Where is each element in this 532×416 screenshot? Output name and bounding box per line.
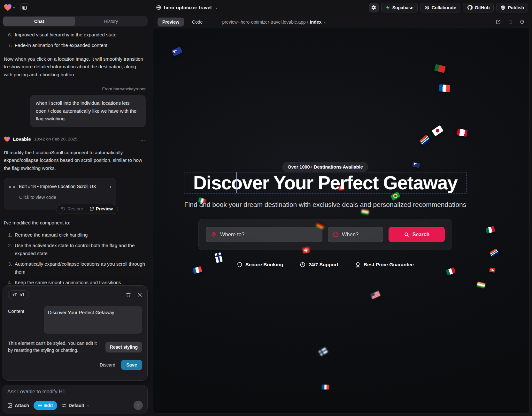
hero-section: Over 1000+ Destinations Available Discov… bbox=[153, 28, 497, 413]
send-button[interactable]: ↑ bbox=[134, 401, 143, 410]
url-page: index bbox=[310, 19, 322, 25]
gear-icon bbox=[371, 5, 376, 10]
publish-button[interactable]: Publish bbox=[496, 3, 528, 12]
github-button[interactable]: GitHub bbox=[463, 3, 494, 12]
image-icon bbox=[7, 403, 12, 408]
chevron-right-icon: › bbox=[110, 182, 112, 191]
code-icon: < > bbox=[9, 184, 16, 190]
supabase-icon bbox=[385, 5, 390, 10]
sidebar-toggle-button[interactable] bbox=[20, 3, 29, 12]
trash-icon[interactable] bbox=[126, 292, 131, 298]
search-button[interactable]: Search bbox=[389, 227, 445, 242]
trust-support: 24/7 Support bbox=[300, 262, 338, 268]
chevron-down-icon: ▾ bbox=[13, 5, 15, 10]
destinations-badge: Over 1000+ Destinations Available bbox=[282, 162, 368, 172]
chat-messages[interactable]: Improved visual hierarchy in the expande… bbox=[0, 28, 151, 285]
restore-label: Restore bbox=[67, 205, 83, 213]
element-editor-panel: ᴛT h1 Content Discover Your Perfect Geta… bbox=[3, 285, 148, 381]
trust-label: 24/7 Support bbox=[308, 262, 338, 268]
tab-preview[interactable]: Preview bbox=[158, 18, 184, 26]
when-input[interactable]: When? bbox=[328, 227, 383, 242]
lovable-heart-icon bbox=[4, 4, 12, 11]
globe-icon bbox=[500, 5, 505, 10]
arrow-up-icon: ↑ bbox=[137, 403, 140, 408]
reset-styling-button[interactable]: Reset styling bbox=[105, 342, 142, 352]
target-icon bbox=[38, 403, 42, 408]
user-message-bubble: when i scroll into the individual locati… bbox=[30, 95, 146, 127]
prior-feature-list: Improved visual hierarchy in the expande… bbox=[13, 31, 146, 49]
close-icon[interactable] bbox=[137, 292, 142, 297]
chevron-down-icon: ⌄ bbox=[323, 20, 326, 24]
project-switcher[interactable]: hero-optimizer-travel ⌄ bbox=[156, 3, 218, 12]
tab-chat[interactable]: Chat bbox=[3, 17, 75, 26]
publish-label: Publish bbox=[508, 5, 524, 10]
shield-icon bbox=[237, 262, 243, 268]
where-placeholder: Where to? bbox=[220, 231, 244, 238]
preview-url[interactable]: preview--hero-optimizer-travel.lovable.a… bbox=[222, 19, 326, 25]
content-field[interactable]: Discover Your Perfect Getaway bbox=[44, 306, 142, 334]
search-card: Where to? When? Search bbox=[198, 219, 452, 250]
clock-icon bbox=[300, 262, 305, 268]
sliders-icon bbox=[62, 403, 66, 408]
chevron-down-icon: ⌄ bbox=[215, 5, 218, 10]
chat-history-tabs: Chat History bbox=[3, 16, 148, 26]
attach-button[interactable]: Attach bbox=[7, 403, 29, 408]
list-item: Fade-in animation for the expanded conte… bbox=[13, 42, 146, 49]
topbar: ▾ hero-optimizer-travel ⌄ Supabase Colla… bbox=[0, 0, 532, 15]
hero-title: Discover Your Perfect Getaway bbox=[193, 172, 458, 194]
open-in-new-tab-icon[interactable] bbox=[496, 19, 501, 25]
assistant-name: Lovable bbox=[13, 135, 31, 143]
trust-secure-booking: Secure Booking bbox=[237, 262, 283, 268]
chat-input-card: Attach Edit Default ⌄ ↑ bbox=[3, 385, 148, 413]
trust-label: Best Price Guarantee bbox=[364, 262, 414, 268]
modification-steps-list: Remove the manual click handling Use the… bbox=[13, 231, 146, 285]
rotate-ccw-icon bbox=[61, 207, 66, 211]
version-actions-pill: Restore Preview bbox=[56, 204, 118, 214]
restore-button[interactable]: Restore bbox=[58, 205, 86, 213]
hero-title-selection[interactable]: Discover Your Perfect Getaway bbox=[184, 172, 466, 193]
refresh-icon[interactable] bbox=[520, 19, 525, 25]
lovable-logo-menu[interactable]: ▾ bbox=[4, 4, 15, 11]
model-mode-selector[interactable]: Default ⌄ bbox=[62, 403, 89, 408]
collaborate-button[interactable]: Collaborate bbox=[420, 3, 460, 12]
edit-card-title: Edit #18 • Improve Location Scroll UX bbox=[19, 183, 107, 191]
chevron-down-icon: ⌄ bbox=[87, 403, 89, 407]
chat-input[interactable] bbox=[7, 389, 143, 401]
list-item: Improved visual hierarchy in the expande… bbox=[13, 31, 146, 39]
users-icon bbox=[424, 5, 429, 10]
typography-icon: ᴛT bbox=[12, 292, 17, 297]
supabase-button[interactable]: Supabase bbox=[381, 3, 418, 12]
hero-subtitle: Find and book your dream destination wit… bbox=[181, 201, 469, 208]
mobile-view-icon[interactable] bbox=[508, 19, 513, 25]
search-icon bbox=[404, 232, 409, 237]
preview-version-button[interactable]: Preview bbox=[87, 205, 116, 213]
preview-label: Preview bbox=[96, 205, 113, 213]
github-icon bbox=[467, 5, 473, 10]
collaborate-label: Collaborate bbox=[432, 5, 456, 10]
attach-label: Attach bbox=[15, 403, 29, 408]
supabase-label: Supabase bbox=[392, 5, 413, 10]
save-button[interactable]: Save bbox=[121, 360, 142, 370]
when-placeholder: When? bbox=[342, 231, 359, 238]
trust-best-price: Best Price Guarantee bbox=[355, 262, 414, 268]
mode-label: Default bbox=[69, 403, 84, 408]
message-menu-button[interactable]: … bbox=[140, 135, 146, 143]
edit-version-card[interactable]: < > Edit #18 • Improve Location Scroll U… bbox=[4, 178, 116, 209]
external-link-icon bbox=[89, 207, 94, 211]
where-input[interactable]: Where to? bbox=[206, 227, 322, 242]
award-icon bbox=[355, 262, 361, 268]
settings-button[interactable] bbox=[369, 3, 379, 12]
map-pin-icon bbox=[211, 232, 217, 238]
message-author-label: From harrymckayroper bbox=[4, 86, 146, 93]
text-caret bbox=[236, 172, 237, 193]
tab-history[interactable]: History bbox=[75, 17, 147, 26]
lovable-heart-icon bbox=[4, 136, 10, 142]
edit-mode-button[interactable]: Edit bbox=[34, 401, 57, 410]
project-name: hero-optimizer-travel bbox=[164, 5, 212, 10]
github-label: GitHub bbox=[475, 5, 490, 10]
discard-button[interactable]: Discard bbox=[100, 362, 115, 367]
edit-card-subtitle: Click to view code bbox=[19, 194, 112, 201]
tab-code[interactable]: Code bbox=[187, 18, 207, 26]
list-item: Use the activeIndex state to control bot… bbox=[13, 242, 146, 257]
preview-chrome: Preview Code preview--hero-optimizer-tra… bbox=[153, 15, 529, 28]
